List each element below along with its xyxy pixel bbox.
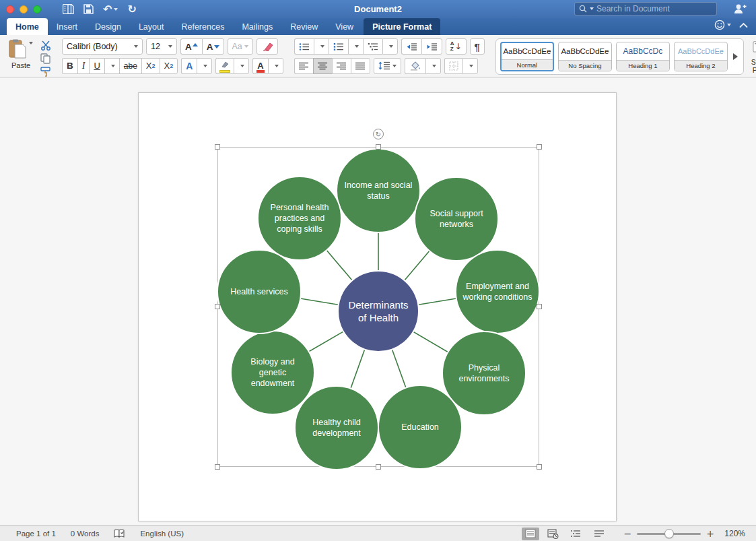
share-document-icon[interactable] (733, 3, 747, 17)
bubble-employment[interactable]: Employment and working conditions (455, 249, 540, 334)
resize-handle-bottom-left[interactable] (215, 464, 220, 470)
highlight-button[interactable] (215, 58, 234, 74)
line-spacing-button[interactable] (374, 58, 401, 74)
styles-pane-button[interactable]: ¶ StylesPane (751, 38, 756, 74)
tab-home[interactable]: Home (7, 18, 48, 35)
increase-indent-button[interactable] (421, 38, 442, 55)
bullets-button[interactable] (294, 38, 314, 55)
paste-dropdown-caret-icon[interactable] (29, 42, 33, 44)
search-box[interactable] (574, 2, 717, 15)
align-center-button[interactable] (313, 58, 332, 74)
underline-button[interactable]: U (89, 58, 104, 74)
numbering-button[interactable] (329, 38, 348, 55)
resize-handle-top-right[interactable] (537, 144, 542, 150)
rotate-handle[interactable]: ↻ (373, 129, 384, 139)
underline-dropdown-button[interactable] (104, 58, 119, 74)
resize-handle-middle-left[interactable] (215, 304, 220, 309)
bubble-center-determinants[interactable]: Determinants of Health (337, 270, 419, 352)
resize-handle-middle-right[interactable] (537, 304, 542, 309)
borders-dropdown-button[interactable] (462, 58, 478, 74)
resize-handle-bottom-center[interactable] (376, 464, 381, 470)
text-effects-button[interactable]: A (181, 58, 197, 74)
feedback-smiley-button[interactable] (714, 20, 731, 30)
strikethrough-button[interactable]: abe (119, 58, 141, 74)
subscript-button[interactable]: X2 (141, 58, 160, 74)
zoom-out-button[interactable]: − (624, 528, 632, 539)
bubble-health-services[interactable]: Health services (217, 249, 302, 334)
paste-button[interactable]: Paste (5, 39, 36, 74)
undo-button[interactable]: ↶ (103, 4, 118, 15)
document-workspace[interactable]: Income and social status Social support … (0, 78, 756, 526)
font-family-combo[interactable]: Calibri (Body) (62, 38, 143, 55)
zoom-slider-thumb[interactable] (664, 529, 674, 538)
shading-button[interactable] (405, 58, 425, 74)
align-left-button[interactable] (294, 58, 313, 74)
fullscreen-window-button[interactable] (33, 5, 41, 13)
superscript-button[interactable]: X2 (160, 58, 178, 74)
styles-gallery-more-icon[interactable] (733, 53, 738, 60)
font-size-combo[interactable]: 12 (146, 38, 177, 55)
tab-design[interactable]: Design (86, 18, 130, 35)
resize-handle-top-left[interactable] (215, 144, 220, 150)
search-scope-caret-icon[interactable] (590, 7, 594, 10)
shading-dropdown-button[interactable] (425, 58, 441, 74)
change-case-button[interactable]: Aa (228, 38, 253, 55)
font-color-dropdown-button[interactable] (268, 58, 283, 74)
zoom-percentage[interactable]: 120% (721, 529, 745, 538)
style-heading-1[interactable]: AaBbCcDc Heading 1 (616, 42, 670, 71)
close-window-button[interactable] (6, 5, 14, 13)
search-input[interactable] (596, 4, 712, 13)
tab-mailings[interactable]: Mailings (233, 18, 281, 35)
bubble-social-support[interactable]: Social support networks (414, 177, 499, 261)
tab-review[interactable]: Review (281, 18, 327, 35)
bold-button[interactable]: B (62, 58, 77, 74)
bullets-dropdown-button[interactable] (314, 38, 329, 55)
resize-handle-top-center[interactable] (376, 144, 381, 150)
tab-insert[interactable]: Insert (48, 18, 86, 35)
shrink-font-button[interactable]: A (202, 38, 224, 55)
word-count[interactable]: 0 Words (71, 530, 100, 538)
undo-dropdown-caret-icon[interactable] (114, 8, 118, 11)
determinants-diagram[interactable]: Income and social status Social support … (139, 93, 616, 521)
minimize-window-button[interactable] (20, 5, 28, 13)
bubble-personal-health[interactable]: Personal health practices and coping ski… (257, 176, 342, 261)
collapse-ribbon-icon[interactable] (739, 22, 748, 28)
decrease-indent-button[interactable] (401, 38, 421, 55)
resize-handle-bottom-right[interactable] (537, 464, 542, 470)
document-page[interactable]: Income and social status Social support … (138, 92, 617, 521)
multilevel-dropdown-button[interactable] (382, 38, 398, 55)
tab-references[interactable]: References (172, 18, 233, 35)
language-indicator[interactable]: English (US) (140, 530, 184, 538)
tab-view[interactable]: View (327, 18, 362, 35)
grow-font-button[interactable]: A (180, 38, 202, 55)
save-icon[interactable] (83, 4, 94, 14)
numbering-dropdown-button[interactable] (348, 38, 363, 55)
italic-button[interactable]: I (77, 58, 90, 74)
clear-formatting-button[interactable] (256, 38, 278, 55)
show-paragraph-marks-button[interactable]: ¶ (470, 38, 485, 55)
style-no-spacing[interactable]: AaBbCcDdEe No Spacing (558, 42, 612, 71)
sort-button[interactable]: AZ ↓ (446, 38, 467, 55)
multilevel-list-button[interactable] (363, 38, 382, 55)
redo-button[interactable]: ↻ (127, 4, 136, 15)
cut-icon[interactable] (40, 40, 51, 51)
style-heading-2[interactable]: AaBbCcDdEe Heading 2 (674, 42, 728, 71)
bubble-education[interactable]: Education (378, 385, 462, 470)
bubble-healthy-child[interactable]: Healthy child development (294, 385, 379, 470)
tab-layout[interactable]: Layout (130, 18, 173, 35)
tab-picture-format[interactable]: Picture Format (364, 18, 440, 35)
zoom-slider[interactable] (637, 533, 701, 535)
toggle-sidebar-icon[interactable] (63, 4, 74, 14)
borders-button[interactable] (444, 58, 462, 74)
align-right-button[interactable] (332, 58, 351, 74)
format-painter-icon[interactable] (40, 67, 51, 77)
outline-view-button[interactable] (568, 528, 585, 540)
text-effects-dropdown-button[interactable] (197, 58, 212, 74)
web-layout-view-button[interactable] (545, 528, 562, 540)
highlight-dropdown-button[interactable] (234, 58, 249, 74)
page-indicator[interactable]: Page 1 of 1 (16, 530, 56, 538)
justify-button[interactable] (351, 58, 370, 74)
print-layout-view-button[interactable] (522, 528, 539, 540)
bubble-income[interactable]: Income and social status (336, 148, 421, 233)
bubble-biology[interactable]: Biology and genetic endowment (230, 330, 315, 415)
